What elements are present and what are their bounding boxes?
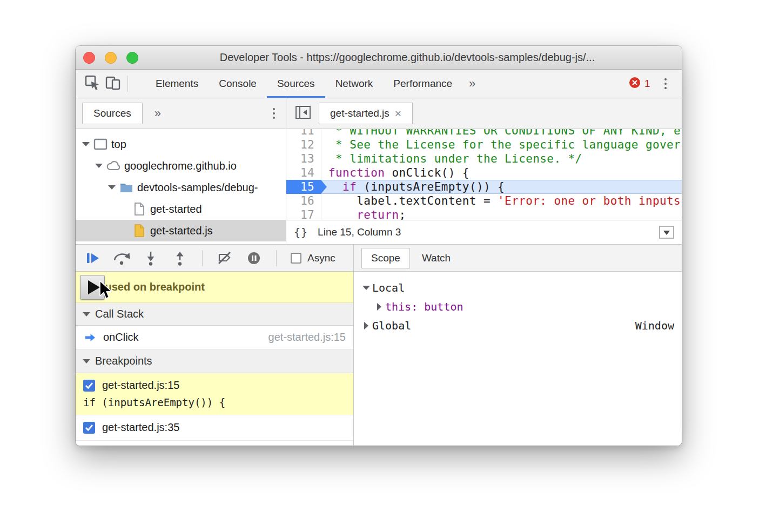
minimize-button[interactable] xyxy=(105,52,117,64)
toggle-navigator-icon xyxy=(295,105,311,122)
tab-watch[interactable]: Watch xyxy=(419,252,454,264)
window-titlebar: Developer Tools - https://googlechrome.g… xyxy=(76,46,682,70)
disclosure-triangle-icon[interactable] xyxy=(106,185,118,190)
call-stack-frame[interactable]: onClickget-started.js:15 xyxy=(76,326,353,349)
toggle-navigator-button[interactable] xyxy=(293,103,313,124)
current-frame-arrow-icon xyxy=(83,333,97,342)
resume-button[interactable] xyxy=(81,247,104,270)
step-over-icon xyxy=(112,251,131,266)
breakpoint-location: get-started.js:15 xyxy=(102,379,179,392)
device-toolbar-icon xyxy=(105,75,121,93)
breakpoint-item[interactable]: get-started.js:15if (inputsAreEmpty()) { xyxy=(76,373,353,415)
inspect-element-button[interactable] xyxy=(82,73,103,95)
breakpoint-checkbox[interactable] xyxy=(83,380,95,392)
toolbar-separator xyxy=(202,250,203,266)
device-toolbar-button[interactable] xyxy=(103,73,123,95)
step-into-button[interactable] xyxy=(139,247,162,270)
step-over-button[interactable] xyxy=(110,247,133,270)
toolbar-right-cluster: 1 xyxy=(629,77,675,91)
line-number[interactable]: 16 xyxy=(286,194,321,208)
tab-scope[interactable]: Scope xyxy=(361,248,410,268)
call-stack-list: onClickget-started.js:15 xyxy=(76,326,353,349)
pause-on-exceptions-icon xyxy=(246,251,261,266)
zoom-button[interactable] xyxy=(126,52,138,64)
scope-item-local[interactable]: Local xyxy=(354,278,682,297)
tree-item-get-started[interactable]: get-started xyxy=(76,198,286,220)
tree-item-top[interactable]: top xyxy=(76,133,286,155)
disclosure-triangle-icon[interactable] xyxy=(93,164,105,168)
step-into-icon xyxy=(144,251,158,266)
line-number[interactable]: 14 xyxy=(286,166,321,180)
tab-sources[interactable]: Sources xyxy=(267,70,325,98)
debugger-pane: Async Paused on breakpoint Call Stack on… xyxy=(76,245,354,446)
scope-value: Window xyxy=(635,319,674,332)
editor-tab-get-started-js[interactable]: get-started.js × xyxy=(319,103,413,124)
tab-network[interactable]: Network xyxy=(325,70,384,98)
scope-item-global[interactable]: GlobalWindow xyxy=(354,316,682,335)
code-line-15[interactable]: 15 if (inputsAreEmpty()) { xyxy=(286,180,682,194)
toolbar-separator xyxy=(276,250,277,266)
tree-item-googlechrome-github-io[interactable]: googlechrome.github.io xyxy=(76,155,286,177)
line-number[interactable]: 15 xyxy=(286,180,321,194)
code-line-14[interactable]: 14function onClick() { xyxy=(286,166,682,180)
scope-name: this xyxy=(385,300,411,313)
line-number[interactable]: 13 xyxy=(286,152,321,166)
deactivate-breakpoints-button[interactable] xyxy=(213,247,236,270)
resume-icon xyxy=(84,251,100,265)
code-line-12[interactable]: 12 * See the License for the specific la… xyxy=(286,138,682,152)
breakpoint-item[interactable]: get-started.js:35 xyxy=(76,415,353,441)
code-line-11[interactable]: 11 * WITHOUT WARRANTIES OR CONDITIONS OF… xyxy=(286,129,682,138)
breakpoints-list: get-started.js:15if (inputsAreEmpty()) {… xyxy=(76,373,353,441)
call-stack-header[interactable]: Call Stack xyxy=(76,303,353,326)
code-editor[interactable]: 11 * WITHOUT WARRANTIES OR CONDITIONS OF… xyxy=(286,129,682,220)
navigator-menu-icon[interactable] xyxy=(268,108,280,119)
window-controls xyxy=(76,52,146,64)
close-tab-icon[interactable]: × xyxy=(395,107,401,120)
code-line-17[interactable]: 17 return; xyxy=(286,208,682,220)
frame-function-name: onClick xyxy=(103,331,139,344)
file-icon xyxy=(131,202,148,216)
pause-on-exceptions-button[interactable] xyxy=(243,247,265,270)
breakpoints-header[interactable]: Breakpoints xyxy=(76,349,353,373)
frame-location: get-started.js:15 xyxy=(268,331,346,344)
tree-item-get-started-js[interactable]: get-started.js xyxy=(76,220,286,241)
console-error-badge[interactable]: 1 xyxy=(629,77,650,91)
scope-tab-bar: ScopeWatch xyxy=(354,245,682,272)
code-editor-lines: 11 * WITHOUT WARRANTIES OR CONDITIONS OF… xyxy=(286,129,682,220)
async-checkbox-group: Async xyxy=(291,252,335,264)
line-number[interactable]: 12 xyxy=(286,138,321,152)
line-number[interactable]: 17 xyxy=(286,208,321,220)
code-line-13[interactable]: 13 * limitations under the License. */ xyxy=(286,152,682,166)
tree-item-label: top xyxy=(111,138,126,151)
code-line-16[interactable]: 16 label.textContent = 'Error: one or bo… xyxy=(286,194,682,208)
tree-item-devtools-samples-debug[interactable]: devtools-samples/debug- xyxy=(76,177,286,198)
cursor-position-label: Line 15, Column 3 xyxy=(318,226,401,238)
editor-panel: get-started.js × 11 * WITHOUT WARRANTIES… xyxy=(286,98,682,244)
async-checkbox[interactable] xyxy=(291,253,301,264)
more-menu-icon[interactable] xyxy=(660,78,671,90)
line-number[interactable]: 11 xyxy=(286,129,321,138)
breakpoint-checkbox[interactable] xyxy=(83,422,95,434)
mouse-cursor-icon xyxy=(98,280,113,303)
disclosure-triangle-icon[interactable] xyxy=(360,286,372,290)
pretty-print-button[interactable]: {} xyxy=(294,226,308,239)
disclosure-triangle-icon[interactable] xyxy=(360,322,372,329)
toggle-drawer-button[interactable] xyxy=(659,226,674,239)
more-tabs-button[interactable]: » xyxy=(462,70,482,98)
file-tree: topgooglechrome.github.iodevtools-sample… xyxy=(76,129,286,241)
close-button[interactable] xyxy=(83,52,95,64)
tab-elements[interactable]: Elements xyxy=(145,70,209,98)
code-line-text: * See the License for the specific langu… xyxy=(321,138,681,152)
inspect-cursor-icon xyxy=(84,75,100,93)
scope-item-this[interactable]: this: button xyxy=(354,297,682,316)
folder-icon xyxy=(118,181,135,193)
code-line-text: * limitations under the License. */ xyxy=(321,152,582,166)
tab-performance[interactable]: Performance xyxy=(383,70,462,98)
tab-console[interactable]: Console xyxy=(209,70,267,98)
cloud-icon xyxy=(105,160,122,171)
navigator-more-tabs-button[interactable]: » xyxy=(148,98,167,129)
step-out-button[interactable] xyxy=(169,247,191,270)
disclosure-triangle-icon[interactable] xyxy=(373,303,385,311)
tab-sources-navigator[interactable]: Sources xyxy=(82,103,143,124)
disclosure-triangle-icon[interactable] xyxy=(80,142,92,146)
